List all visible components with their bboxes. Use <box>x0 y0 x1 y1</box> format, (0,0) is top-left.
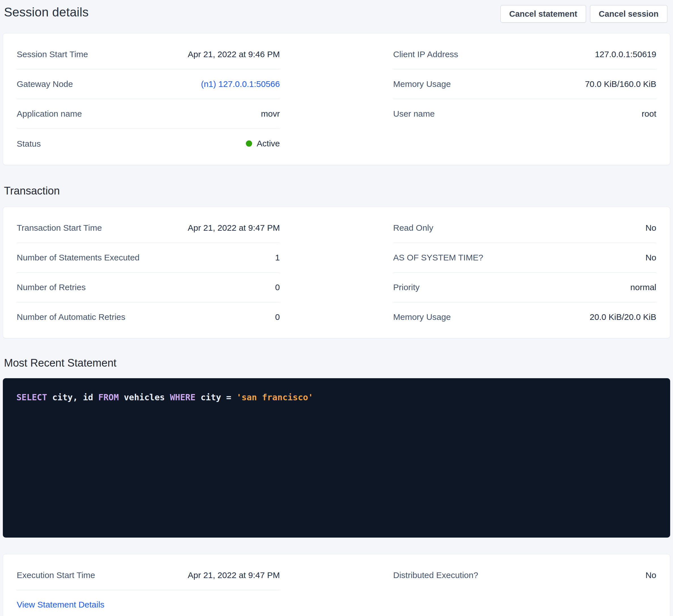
retries-label: Number of Retries <box>17 282 85 293</box>
user-name-value: root <box>642 108 656 119</box>
statements-executed-row: Number of Statements Executed 1 <box>17 243 280 273</box>
distributed-execution-value: No <box>646 570 656 581</box>
session-memory-usage-value: 70.0 KiB/160.0 KiB <box>585 79 656 89</box>
session-details-card: Session Start Time Apr 21, 2022 at 9:46 … <box>3 33 670 165</box>
session-memory-usage-row: Memory Usage 70.0 KiB/160.0 KiB <box>393 69 656 99</box>
session-right-column: Client IP Address 127.0.0.1:50619 Memory… <box>393 40 656 128</box>
status-row: Status Active <box>17 129 280 159</box>
cancel-session-button[interactable]: Cancel session <box>590 5 667 23</box>
session-left-column: Session Start Time Apr 21, 2022 at 9:46 … <box>17 40 280 159</box>
application-name-label: Application name <box>17 108 82 119</box>
transaction-memory-usage-value: 20.0 KiB/20.0 KiB <box>590 312 656 322</box>
status-label: Status <box>17 138 41 149</box>
sql-code-block: SELECT city, id FROM vehicles WHERE city… <box>3 378 670 538</box>
automatic-retries-value: 0 <box>275 312 280 322</box>
priority-label: Priority <box>393 282 420 293</box>
sql-keyword-where: WHERE <box>170 392 195 402</box>
transaction-memory-usage-row: Memory Usage 20.0 KiB/20.0 KiB <box>393 302 656 332</box>
sql-statement: SELECT city, id FROM vehicles WHERE city… <box>16 391 657 404</box>
execution-start-time-row: Execution Start Time Apr 21, 2022 at 9:4… <box>17 561 280 590</box>
execution-left-column: Execution Start Time Apr 21, 2022 at 9:4… <box>17 561 280 611</box>
status-text: Active <box>257 138 280 149</box>
session-start-time-label: Session Start Time <box>17 49 88 60</box>
client-ip-value: 127.0.0.1:50619 <box>595 49 656 60</box>
execution-details-card: Execution Start Time Apr 21, 2022 at 9:4… <box>3 554 670 616</box>
status-active-dot-icon <box>246 140 252 146</box>
transaction-card: Transaction Start Time Apr 21, 2022 at 9… <box>3 207 670 338</box>
client-ip-row: Client IP Address 127.0.0.1:50619 <box>393 40 656 69</box>
transaction-start-time-label: Transaction Start Time <box>17 223 102 233</box>
sql-columns: city, id <box>47 392 98 402</box>
transaction-section-heading: Transaction <box>4 185 670 197</box>
status-value: Active <box>246 138 280 149</box>
client-ip-label: Client IP Address <box>393 49 458 60</box>
session-start-time-value: Apr 21, 2022 at 9:46 PM <box>188 49 280 60</box>
distributed-execution-label: Distributed Execution? <box>393 570 478 581</box>
retries-row: Number of Retries 0 <box>17 273 280 302</box>
session-details-page: Session details Cancel statement Cancel … <box>0 0 673 616</box>
session-start-time-row: Session Start Time Apr 21, 2022 at 9:46 … <box>17 40 280 69</box>
page-header: Session details Cancel statement Cancel … <box>3 4 670 23</box>
most-recent-statement-heading: Most Recent Statement <box>4 357 670 369</box>
statements-executed-value: 1 <box>275 252 280 263</box>
transaction-right-column: Read Only No AS OF SYSTEM TIME? No Prior… <box>393 213 656 332</box>
sql-keyword-from: FROM <box>98 392 119 402</box>
read-only-value: No <box>646 223 656 233</box>
statements-executed-label: Number of Statements Executed <box>17 252 140 263</box>
transaction-start-time-row: Transaction Start Time Apr 21, 2022 at 9… <box>17 213 280 243</box>
sql-condition: city = <box>195 392 236 402</box>
read-only-row: Read Only No <box>393 213 656 243</box>
user-name-label: User name <box>393 108 435 119</box>
user-name-row: User name root <box>393 99 656 128</box>
transaction-start-time-value: Apr 21, 2022 at 9:47 PM <box>188 223 280 233</box>
gateway-node-link[interactable]: (n1) 127.0.0.1:50566 <box>201 79 280 89</box>
automatic-retries-row: Number of Automatic Retries 0 <box>17 302 280 332</box>
priority-value: normal <box>630 282 656 293</box>
cancel-statement-button[interactable]: Cancel statement <box>500 5 586 23</box>
as-of-system-time-row: AS OF SYSTEM TIME? No <box>393 243 656 273</box>
retries-value: 0 <box>275 282 280 293</box>
gateway-node-row: Gateway Node (n1) 127.0.0.1:50566 <box>17 69 280 99</box>
view-statement-details-link[interactable]: View Statement Details <box>17 600 104 609</box>
application-name-value: movr <box>261 108 280 119</box>
sql-keyword-select: SELECT <box>16 392 47 402</box>
as-of-system-time-label: AS OF SYSTEM TIME? <box>393 252 483 263</box>
view-statement-details-row: View Statement Details <box>17 590 280 611</box>
automatic-retries-label: Number of Automatic Retries <box>17 312 125 322</box>
header-actions: Cancel statement Cancel session <box>500 5 667 23</box>
sql-string-literal: 'san francisco' <box>236 392 313 402</box>
execution-start-time-label: Execution Start Time <box>17 570 95 581</box>
transaction-memory-usage-label: Memory Usage <box>393 312 451 322</box>
transaction-left-column: Transaction Start Time Apr 21, 2022 at 9… <box>17 213 280 332</box>
sql-table: vehicles <box>119 392 170 402</box>
read-only-label: Read Only <box>393 223 433 233</box>
gateway-node-label: Gateway Node <box>17 79 73 89</box>
execution-right-column: Distributed Execution? No <box>393 561 656 590</box>
as-of-system-time-value: No <box>646 252 656 263</box>
page-title: Session details <box>4 5 89 19</box>
application-name-row: Application name movr <box>17 99 280 129</box>
execution-start-time-value: Apr 21, 2022 at 9:47 PM <box>188 570 280 581</box>
session-memory-usage-label: Memory Usage <box>393 79 451 89</box>
distributed-execution-row: Distributed Execution? No <box>393 561 656 590</box>
priority-row: Priority normal <box>393 273 656 302</box>
